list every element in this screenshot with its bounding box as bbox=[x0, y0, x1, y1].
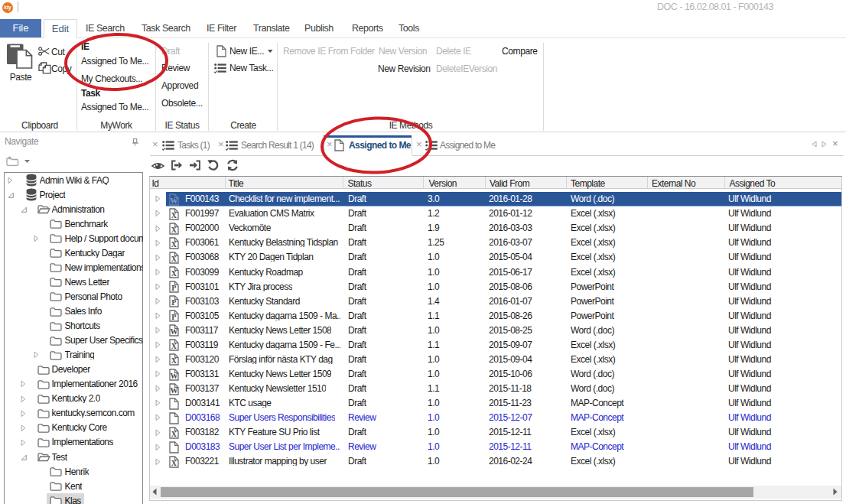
svg-text:X: X bbox=[171, 430, 177, 438]
svg-text:X: X bbox=[171, 255, 177, 263]
svg-text:X: X bbox=[171, 269, 177, 278]
svg-text:X: X bbox=[171, 356, 177, 365]
svg-text:X: X bbox=[171, 342, 177, 350]
svg-text:X: X bbox=[171, 459, 177, 467]
svg-text:X: X bbox=[171, 210, 177, 219]
svg-text:W: W bbox=[170, 385, 177, 394]
svg-text:P: P bbox=[171, 298, 176, 307]
svg-text:W: W bbox=[170, 196, 177, 204]
svg-text:P: P bbox=[171, 313, 176, 321]
svg-text:X: X bbox=[171, 226, 177, 234]
svg-text:W: W bbox=[170, 327, 177, 336]
svg-text:W: W bbox=[170, 371, 177, 379]
svg-text:P: P bbox=[171, 284, 176, 292]
svg-text:X: X bbox=[171, 240, 177, 249]
